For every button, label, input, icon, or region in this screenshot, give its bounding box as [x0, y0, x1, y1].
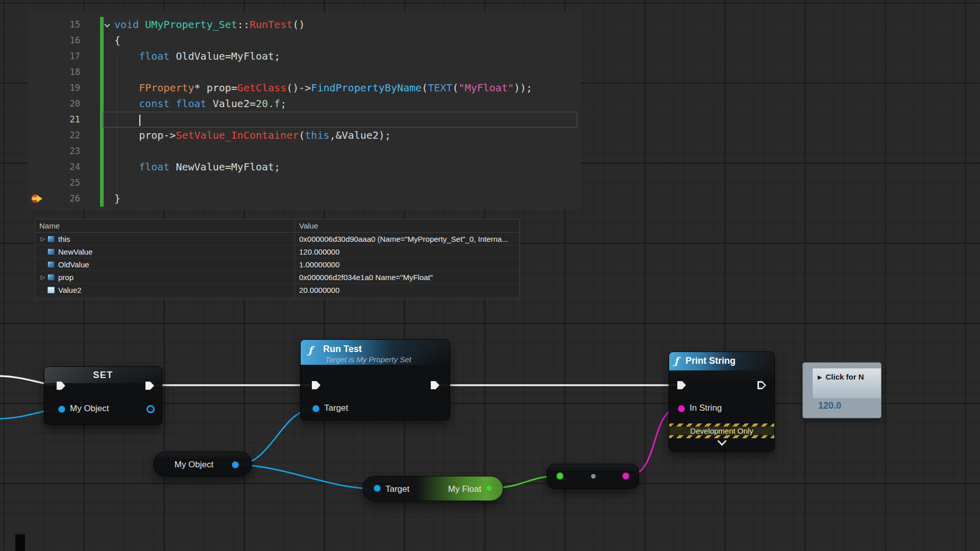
wire-object-to-getter-target[interactable]: [238, 465, 375, 489]
code-line[interactable]: 18: [28, 64, 580, 80]
fold-margin: [104, 191, 113, 207]
line-number: 15: [45, 17, 80, 33]
in-string-pin[interactable]: [678, 405, 685, 412]
code-text: [113, 143, 580, 159]
breakpoint-margin[interactable]: [28, 80, 45, 96]
fold-margin: [104, 143, 113, 159]
target-in-pin[interactable]: [374, 485, 381, 492]
watch-col-value[interactable]: Value: [295, 221, 318, 230]
code-editor[interactable]: 15void UMyProperty_Set::RunTest()16{17 f…: [28, 12, 580, 210]
my-object-in-pin[interactable]: [58, 406, 65, 413]
breakpoint-margin[interactable]: [28, 175, 45, 191]
code-line[interactable]: 23: [28, 143, 580, 159]
target-pin-label: Target: [385, 477, 409, 502]
gutter-spacer: [80, 17, 100, 33]
fold-margin[interactable]: [104, 17, 113, 33]
run-test-header: ƒ Run Test Target is My Property Set: [301, 340, 450, 365]
run-test-node[interactable]: ƒ Run Test Target is My Property Set Tar…: [300, 339, 450, 420]
line-number: 16: [45, 33, 80, 48]
debug-popup-button[interactable]: ▶ Click for N: [812, 368, 881, 399]
conversion-dot-icon: [591, 474, 596, 479]
code-line[interactable]: 19 FProperty* prop=GetClass()->FindPrope…: [28, 80, 580, 96]
code-text: [113, 175, 580, 191]
code-line[interactable]: 26}: [28, 191, 580, 207]
my-object-variable-node[interactable]: My Object: [153, 452, 252, 477]
exec-out-pin[interactable]: [431, 381, 439, 389]
function-icon: ƒ: [308, 344, 312, 356]
code-text: [113, 112, 580, 128]
breakpoint-margin[interactable]: [28, 64, 45, 80]
exec-out-pin[interactable]: [757, 381, 766, 389]
breakpoint-margin[interactable]: [28, 143, 45, 159]
watch-name: OldValue: [58, 260, 89, 269]
float-to-string-conversion-node[interactable]: [547, 464, 639, 489]
gutter-spacer: [80, 96, 100, 112]
gutter-spacer: [80, 128, 100, 143]
watch-name: prop: [58, 273, 74, 282]
code-text: [113, 64, 580, 80]
fold-margin: [104, 48, 113, 64]
change-bar: [100, 17, 104, 33]
code-line[interactable]: 25: [28, 175, 580, 191]
watch-name: this: [58, 235, 70, 243]
line-number: 20: [45, 96, 80, 112]
float-in-pin[interactable]: [556, 472, 564, 480]
my-object-pin-label: My Object: [70, 404, 109, 414]
breakpoint-margin[interactable]: [28, 96, 45, 112]
my-object-out-pin[interactable]: [232, 461, 239, 468]
breakpoint-margin[interactable]: [28, 128, 45, 143]
set-node-header: SET: [44, 367, 162, 383]
in-string-pin-label: In String: [690, 403, 722, 413]
expand-icon[interactable]: ▷: [38, 236, 47, 242]
breakpoint-margin[interactable]: [28, 112, 45, 128]
set-node[interactable]: SET My Object: [44, 366, 162, 425]
watch-row[interactable]: OldValue1.00000000: [35, 258, 519, 271]
code-line[interactable]: 20 const float Value2=20.f;: [28, 96, 580, 112]
watch-col-name[interactable]: Name: [35, 221, 295, 230]
variable-type-icon: [47, 274, 55, 281]
code-line[interactable]: 21: [28, 112, 580, 128]
gutter-spacer: [80, 159, 100, 175]
exec-in-pin[interactable]: [312, 381, 321, 389]
watch-row[interactable]: Value220.0000000: [35, 284, 519, 296]
breakpoint-margin[interactable]: [28, 33, 45, 48]
code-line[interactable]: 15void UMyProperty_Set::RunTest(): [28, 17, 580, 33]
code-line[interactable]: 24 float NewValue=MyFloat;: [28, 159, 580, 175]
fold-margin: [104, 112, 113, 128]
my-float-out-pin[interactable]: [485, 485, 493, 492]
change-bar: [100, 64, 104, 80]
my-object-out-pin[interactable]: [146, 405, 155, 413]
line-number: 25: [45, 175, 80, 191]
blueprint-graph-canvas[interactable]: SET My Object ƒ Run Test Target is My Pr…: [0, 0, 980, 551]
expand-icon[interactable]: ▷: [38, 274, 47, 281]
my-float-pin-label: My Float: [448, 477, 481, 502]
print-string-title: Print String: [685, 356, 736, 366]
set-node-title: SET: [44, 367, 162, 383]
debug-value-popup[interactable]: ▶ Click for N 120.0: [802, 362, 881, 418]
breakpoint-margin[interactable]: [28, 191, 45, 207]
target-in-pin[interactable]: [312, 405, 320, 412]
watch-row[interactable]: ▷this0x000006d30d90aaa0 (Name="MyPropert…: [35, 233, 519, 245]
fold-margin: [104, 175, 113, 191]
code-line[interactable]: 22 prop->SetValue_InContainer(this,&Valu…: [28, 128, 580, 143]
line-number: 22: [45, 128, 80, 143]
watch-row[interactable]: NewValue120.000000: [35, 245, 519, 258]
exec-in-pin[interactable]: [677, 381, 686, 389]
change-bar: [100, 175, 104, 191]
fold-margin: [104, 128, 113, 143]
string-out-pin[interactable]: [622, 472, 629, 480]
code-line[interactable]: 17 float OldValue=MyFloat;: [28, 48, 580, 64]
breakpoint-margin[interactable]: [28, 17, 45, 33]
gutter-spacer: [80, 175, 100, 191]
line-number: 21: [45, 112, 80, 128]
breakpoint-margin[interactable]: [28, 159, 45, 175]
variable-type-icon: [47, 261, 55, 268]
breakpoint-margin[interactable]: [28, 48, 45, 64]
watch-value: 0x000006d30d90aaa0 (Name="MyProperty_Set…: [295, 235, 519, 243]
watch-name: NewValue: [58, 247, 92, 256]
watch-row[interactable]: ▷prop0x000006d2f034e1a0 Name="MyFloat": [35, 271, 519, 284]
code-line[interactable]: 16{: [28, 33, 580, 48]
print-string-node[interactable]: ƒ Print String In String Development Onl…: [669, 352, 775, 452]
my-object-label: My Object: [159, 452, 229, 477]
get-my-float-node[interactable]: Target My Float: [362, 476, 503, 501]
